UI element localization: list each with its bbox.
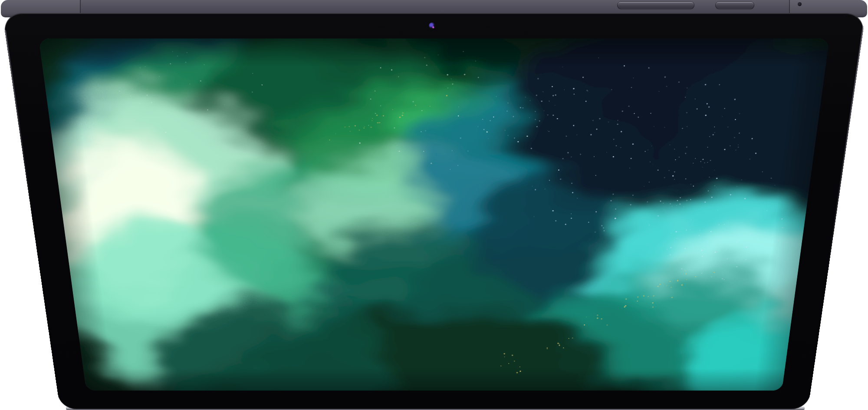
speckle-dot (460, 138, 461, 139)
right-edge-highlight (825, 26, 864, 282)
speckle-dot (431, 163, 432, 164)
wallpaper-art (39, 39, 829, 391)
speckle-dot (457, 165, 458, 166)
speckle-dot (426, 65, 427, 66)
speckle-dot (424, 57, 425, 58)
speckle-dot (451, 79, 451, 79)
speckle-dot (452, 83, 454, 85)
speckle-dot (423, 151, 424, 152)
speckle-dot (450, 169, 450, 170)
speckle-dot (413, 101, 414, 102)
left-edge-highlight (5, 30, 34, 220)
speckle-dot (421, 131, 421, 132)
speckle-dot (447, 74, 448, 76)
speckle-dot (421, 110, 422, 111)
speckle-dot (430, 106, 431, 107)
speckle-dot (438, 55, 439, 56)
speckle-dot (446, 95, 447, 96)
tablet-body (2, 13, 866, 409)
front-camera-icon (429, 23, 436, 30)
speckle-dot (452, 150, 452, 151)
wallpaper-blob-layer (39, 39, 829, 391)
speckle-dot (447, 88, 448, 88)
speckle-dot (458, 116, 459, 116)
speckle-dot (458, 106, 459, 107)
speckle-dot (415, 105, 416, 106)
speckle-dot (463, 51, 464, 52)
tablet-screen (39, 39, 829, 391)
speckle-dot (425, 130, 426, 131)
volume-button (617, 1, 694, 9)
power-button (715, 1, 754, 9)
product-photo-stage (0, 0, 868, 410)
microphone-hole (798, 2, 802, 6)
